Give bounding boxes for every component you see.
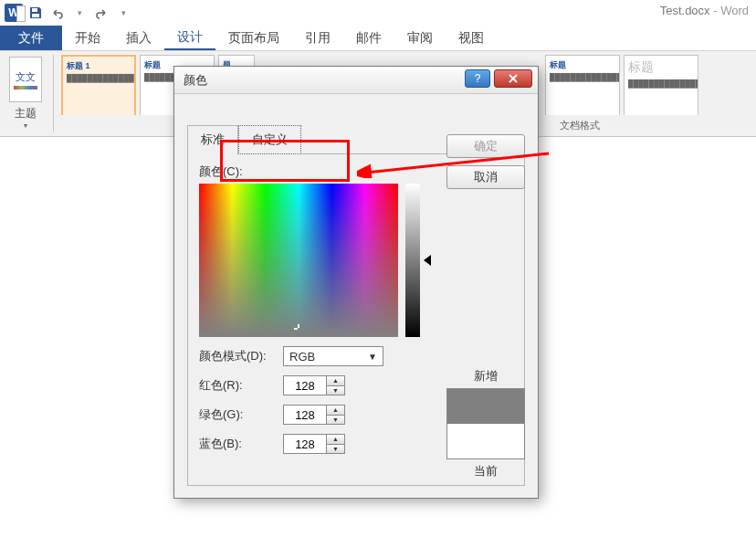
tab-home[interactable]: 开始 [62,26,113,50]
tab-design[interactable]: 设计 [164,26,215,50]
red-label: 红色(R): [199,377,276,394]
tab-view[interactable]: 视图 [446,26,497,50]
help-button[interactable]: ? [465,69,490,88]
new-label: 新增 [446,368,525,385]
preview-new-color [447,389,524,424]
green-spinner[interactable]: ▲▼ [283,405,345,425]
themes-icon: 文文 [9,57,42,102]
mode-label: 颜色模式(D): [199,348,276,364]
red-spinner[interactable]: ▲▼ [283,375,345,395]
ok-button[interactable]: 确定 [446,134,525,158]
chevron-down-icon: ▼ [368,352,377,362]
tab-standard[interactable]: 标准 [187,125,238,154]
qat-dropdown-icon[interactable]: ▾ [69,3,89,23]
preview-current-color [447,424,524,458]
spin-down-icon[interactable]: ▼ [327,385,344,395]
themes-button[interactable]: 文文 主题 ▾ [5,55,46,132]
tab-review[interactable]: 审阅 [394,26,446,50]
style-item[interactable]: 标题████████████████████████████████ [624,55,698,115]
color-crosshair-icon [294,324,303,333]
blue-spinner[interactable]: ▲▼ [283,434,345,454]
tab-references[interactable]: 引用 [292,26,343,50]
undo-icon[interactable] [47,3,68,23]
svg-rect-1 [32,14,39,17]
ribbon-tabs: 文件 开始 插入 设计 页面布局 引用 邮件 审阅 视图 [0,26,756,51]
tab-mailings[interactable]: 邮件 [343,26,394,50]
redo-icon[interactable] [91,3,111,23]
spin-up-icon[interactable]: ▲ [327,435,344,444]
current-label: 当前 [446,463,525,480]
color-preview: 新增 当前 [446,368,525,480]
window-title: Test.docx - Word [660,4,749,17]
blue-label: 蓝色(B): [199,436,276,452]
red-input[interactable] [284,376,326,395]
spin-down-icon[interactable]: ▼ [327,444,344,454]
dialog-titlebar[interactable]: 颜色 ? [174,67,538,94]
close-button[interactable] [494,69,532,88]
tab-insert[interactable]: 插入 [113,26,164,50]
svg-rect-0 [32,8,37,12]
spin-down-icon[interactable]: ▼ [327,415,344,425]
luminance-pointer-icon [424,255,431,266]
blue-input[interactable] [284,435,326,453]
style-item[interactable]: 标题██████████████████████████████████████ [545,55,620,115]
word-logo-icon: W [4,3,24,23]
preview-swatch [446,388,525,459]
save-icon[interactable] [26,3,46,23]
color-dialog: 颜色 ? 标准 自定义 确定 取消 颜色(C): [173,66,539,499]
tab-layout[interactable]: 页面布局 [215,26,292,50]
spin-up-icon[interactable]: ▲ [327,406,344,415]
quick-access-toolbar: W ▾ ▾ [0,0,756,26]
color-spectrum[interactable] [199,184,398,337]
style-item[interactable]: 标题 1████████████████████████ [61,55,136,115]
spin-up-icon[interactable]: ▲ [327,376,344,385]
tab-file[interactable]: 文件 [0,26,62,50]
green-label: 绿色(G): [199,406,276,423]
qat-dropdown2-icon[interactable]: ▾ [113,3,133,23]
cancel-button[interactable]: 取消 [446,165,525,189]
color-mode-select[interactable]: RGB ▼ [283,346,383,366]
themes-label: 主题 [15,106,37,121]
luminance-slider[interactable] [405,184,420,337]
tab-custom[interactable]: 自定义 [238,125,301,154]
green-input[interactable] [284,406,326,424]
dialog-title: 颜色 [184,72,207,89]
